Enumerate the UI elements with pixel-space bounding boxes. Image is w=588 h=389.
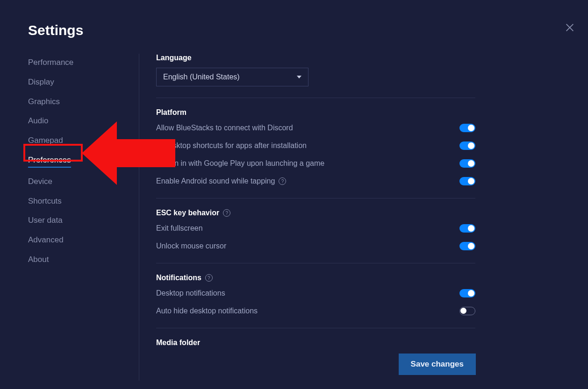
sidebar-item-user-data[interactable]: User data [28,216,63,225]
notif-row-desktop: Desktop notifications [156,288,475,299]
platform-row-android-sound: Enable Android sound while tapping ? [156,176,475,187]
sidebar-item-gamepad[interactable]: Gamepad [28,136,63,145]
page-title: Settings [28,22,83,38]
sidebar-item-preferences[interactable]: Preferences [28,155,71,168]
language-selected: English (United States) [163,73,240,81]
toggle-google-play[interactable] [459,159,475,168]
esc-row-exit-fullscreen: Exit fullscreen [156,223,475,234]
sidebar-item-about[interactable]: About [28,255,49,264]
toggle-exit-fullscreen[interactable] [459,224,475,233]
row-label: Exit fullscreen [156,224,203,233]
platform-heading: Platform [156,108,475,117]
sidebar: Performance Display Graphics Audio Gamep… [28,57,112,265]
help-icon[interactable]: ? [205,274,213,282]
sidebar-item-shortcuts[interactable]: Shortcuts [28,197,62,205]
help-icon[interactable]: ? [223,209,230,217]
row-label: Unlock mouse cursor [156,242,226,250]
row-label: or sign in with Google Play upon launchi… [156,159,324,168]
toggle-autohide-notifications[interactable] [459,307,475,315]
toggle-discord[interactable] [459,124,475,132]
toggle-desktop-shortcuts[interactable] [459,141,475,150]
toggle-desktop-notifications[interactable] [459,289,475,297]
toggle-unlock-mouse[interactable] [459,242,475,250]
content-panel: Language English (United States) Platfor… [139,54,475,381]
platform-row-google-play: or sign in with Google Play upon launchi… [156,158,475,169]
sidebar-item-audio[interactable]: Audio [28,116,48,125]
close-icon[interactable] [565,22,575,33]
notif-row-autohide: Auto hide desktop notifications [156,305,475,317]
row-label: Auto hide desktop notifications [156,307,258,315]
divider [156,328,475,328]
media-folder-heading: Media folder [156,339,475,347]
esc-heading: ESC key behavior ? [156,209,475,217]
toggle-android-sound[interactable] [459,177,475,185]
divider [156,263,475,263]
divider [156,198,475,198]
chevron-down-icon [297,76,301,78]
save-changes-button[interactable]: Save changes [399,354,476,375]
sidebar-item-graphics[interactable]: Graphics [28,97,60,106]
sidebar-item-display[interactable]: Display [28,78,54,86]
platform-row-shortcuts: te desktop shortcuts for apps after inst… [156,140,475,151]
sidebar-item-advanced[interactable]: Advanced [28,235,64,244]
language-heading: Language [156,54,475,62]
notifications-heading: Notifications ? [156,274,475,282]
esc-row-unlock-mouse: Unlock mouse cursor [156,240,475,252]
divider [156,98,475,98]
help-icon[interactable]: ? [279,177,286,185]
row-label: Desktop notifications [156,289,225,297]
row-label: te desktop shortcuts for apps after inst… [156,141,307,150]
sidebar-item-device[interactable]: Device [28,177,52,186]
platform-row-discord: Allow BlueStacks to connect with Discord [156,122,475,134]
row-label: Allow BlueStacks to connect with Discord [156,124,293,132]
sidebar-item-performance[interactable]: Performance [28,58,73,67]
row-label: Enable Android sound while tapping ? [156,177,286,185]
language-dropdown[interactable]: English (United States) [156,68,308,86]
